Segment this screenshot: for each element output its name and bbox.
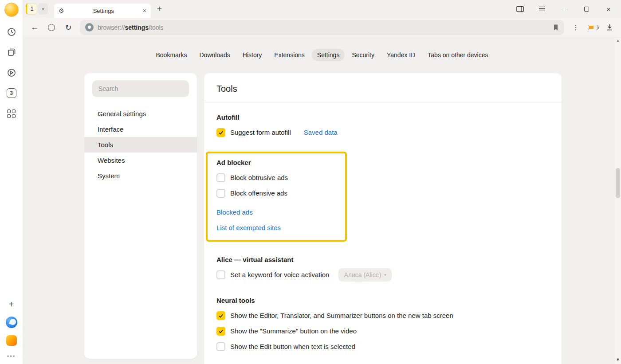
settings-search	[92, 80, 189, 97]
browser-window: 3 + ••• 1 ▾ ⚙ Settings × +	[0, 0, 621, 364]
ad-blocker-heading: Ad blocker	[216, 159, 338, 166]
tab-group-chevron-icon[interactable]: ▾	[38, 3, 48, 15]
scroll-down-icon[interactable]: ▼	[616, 356, 620, 363]
block-offensive-ads-row: Block offensive ads	[216, 185, 338, 201]
yandex-id-icon[interactable]	[46, 22, 57, 33]
nav-history[interactable]: History	[237, 49, 267, 61]
bookmark-flag-icon[interactable]	[553, 24, 559, 31]
settings-search-input[interactable]	[92, 80, 189, 97]
autofill-heading: Autofill	[216, 114, 549, 121]
saved-data-link[interactable]: Saved data	[304, 129, 338, 136]
reload-button[interactable]: ↻	[63, 22, 74, 33]
browser-side-rail: 3 + •••	[0, 0, 23, 364]
scroll-up-icon[interactable]: ▲	[616, 37, 620, 44]
browser-menu-icon[interactable]	[538, 4, 546, 13]
block-obtrusive-ads-row: Block obtrusive ads	[216, 170, 338, 185]
sidebar-item-general-settings[interactable]: General settings	[84, 106, 197, 121]
media-play-icon[interactable]	[6, 67, 17, 78]
toolbar-more-icon[interactable]: ⋮	[570, 22, 581, 33]
tab-bar: 1 ▾ ⚙ Settings × + – ×	[23, 0, 621, 18]
section-autofill: Autofill Suggest form autofill Saved dat…	[216, 114, 549, 140]
block-obtrusive-ads-label: Block obtrusive ads	[230, 174, 288, 181]
minimize-button[interactable]: –	[560, 4, 569, 13]
neural-row-edit-button: Show the Edit button when text is select…	[216, 339, 549, 354]
list-of-exempted-sites-link[interactable]: List of exempted sites	[216, 224, 281, 231]
section-alice: Alice — virtual assistant Set a keyword …	[216, 256, 549, 282]
block-obtrusive-ads-checkbox[interactable]	[216, 173, 225, 182]
navigation-toolbar: ← ↻ browser://settings/tools ⋮	[23, 18, 621, 37]
sidebar-item-system[interactable]: System	[84, 168, 197, 184]
show-editor-translator-summarizer-label: Show the Editor, Translator, and Summari…	[230, 312, 453, 319]
alice-keyword-row: Set a keyword for voice activation Алиса…	[216, 267, 549, 282]
maximize-button[interactable]	[582, 4, 591, 13]
new-tab-button[interactable]: +	[157, 4, 162, 14]
tools-settings-card: Tools Autofill Suggest form autofill	[204, 73, 562, 364]
alice-avatar[interactable]	[4, 3, 19, 17]
nav-bookmarks[interactable]: Bookmarks	[150, 49, 192, 61]
more-rail-items-icon[interactable]: •••	[7, 353, 16, 360]
section-ad-blocker-highlighted: Ad blocker Block obtrusive ads	[206, 152, 347, 242]
side-panel-icon[interactable]	[515, 4, 524, 13]
page-scrollbar[interactable]: ▲ ▼	[615, 37, 621, 364]
block-offensive-ads-label: Block offensive ads	[230, 189, 287, 197]
nav-security[interactable]: Security	[346, 49, 380, 61]
alice-heading: Alice — virtual assistant	[216, 256, 549, 263]
show-summarize-video-label: Show the "Summarize" button on the video	[230, 327, 357, 335]
nav-downloads[interactable]: Downloads	[194, 49, 236, 61]
neural-row-summarize-video: Show the "Summarize" button on the video	[216, 323, 549, 339]
neural-tools-heading: Neural tools	[216, 297, 549, 304]
nav-settings[interactable]: Settings	[312, 49, 345, 61]
settings-top-nav: Bookmarks Downloads History Extensions S…	[23, 37, 621, 61]
voice-activation-keyword-label: Set a keyword for voice activation	[230, 271, 329, 278]
tab-title: Settings	[68, 8, 139, 14]
window-controls: – ×	[515, 4, 617, 13]
chevron-down-icon: ▾	[384, 273, 386, 277]
suggest-form-autofill-label: Suggest form autofill	[230, 129, 291, 136]
block-offensive-ads-checkbox[interactable]	[216, 189, 225, 198]
autofill-row: Suggest form autofill Saved data	[216, 125, 549, 140]
page-title: Tools	[216, 84, 549, 94]
yandex-app-icon[interactable]	[6, 335, 17, 346]
site-security-shield-icon[interactable]	[85, 23, 94, 31]
alice-keyword-dropdown[interactable]: Алиса (Alice) ▾	[338, 268, 391, 282]
tab-close-icon[interactable]: ×	[143, 7, 146, 14]
show-summarize-video-checkbox[interactable]	[216, 327, 225, 336]
sidebar-item-tools[interactable]: Tools	[84, 137, 197, 153]
voice-activation-keyword-checkbox[interactable]	[216, 270, 225, 279]
tab-group-counter[interactable]: 1	[26, 3, 37, 15]
show-edit-button-label: Show the Edit button when text is select…	[230, 343, 355, 350]
show-edit-button-checkbox[interactable]	[216, 342, 225, 351]
section-neural-tools: Neural tools Show the Editor, Translator…	[216, 297, 549, 354]
suggest-form-autofill-checkbox[interactable]	[216, 128, 225, 137]
show-editor-translator-summarizer-checkbox[interactable]	[216, 311, 225, 320]
address-bar[interactable]: browser://settings/tools	[80, 20, 564, 35]
history-icon[interactable]	[6, 27, 17, 37]
nav-extensions[interactable]: Extensions	[269, 49, 310, 61]
settings-sidebar-card: General settings Interface Tools Website…	[84, 73, 197, 359]
battery-indicator[interactable]	[587, 22, 598, 33]
downloads-icon[interactable]	[604, 22, 615, 33]
blocked-ads-link[interactable]: Blocked ads	[216, 208, 253, 216]
close-window-button[interactable]: ×	[604, 4, 613, 13]
settings-page: Bookmarks Downloads History Extensions S…	[23, 37, 621, 364]
back-button[interactable]: ←	[29, 22, 40, 33]
scrollbar-thumb[interactable]	[616, 168, 620, 198]
nav-tabs-other-devices[interactable]: Tabs on other devices	[422, 49, 493, 61]
yandex-browser-logo[interactable]	[6, 317, 17, 328]
downloads-count-badge[interactable]: 3	[6, 88, 17, 98]
bookmarks-collections-icon[interactable]	[6, 47, 17, 58]
neural-row-editor-buttons: Show the Editor, Translator, and Summari…	[216, 308, 549, 323]
sidebar-item-interface[interactable]: Interface	[84, 121, 197, 137]
tab-settings[interactable]: ⚙ Settings ×	[54, 4, 151, 18]
sidebar-item-websites[interactable]: Websites	[84, 153, 197, 168]
url-text: browser://settings/tools	[98, 24, 549, 31]
apps-grid-icon[interactable]	[6, 108, 17, 119]
add-panel-icon[interactable]: +	[6, 299, 17, 309]
nav-yandex-id[interactable]: Yandex ID	[381, 49, 421, 61]
settings-favicon-gear-icon: ⚙	[59, 7, 64, 14]
